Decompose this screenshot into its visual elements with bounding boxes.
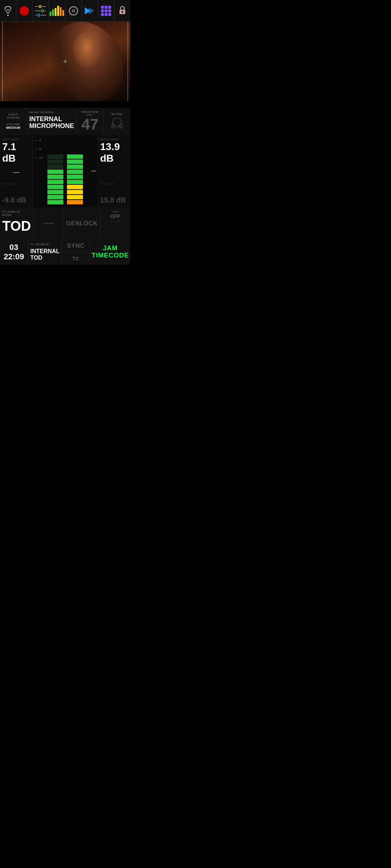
genlock-label: GENLOCK xyxy=(66,220,98,227)
audio-source-value-2: MICROPHONE xyxy=(29,123,74,130)
seg-r-8 xyxy=(67,165,83,169)
svg-rect-4 xyxy=(120,124,122,128)
left-gain-cell[interactable]: LEFT GAIN 7.1 dB LEFT GAIN -9.8 dB xyxy=(0,135,33,207)
spacer-1 xyxy=(0,101,130,108)
link-sub: ——— xyxy=(110,219,120,223)
volume-value: MEDIUM xyxy=(2,126,25,130)
seg-l-7 xyxy=(47,170,63,174)
scale-minus3: — xyxy=(34,139,38,142)
tc-label: TC xyxy=(72,256,80,261)
vf-border-right xyxy=(127,22,128,101)
viewfinder[interactable]: + xyxy=(0,22,130,101)
mixer-button[interactable] xyxy=(33,0,49,22)
seg-l-3 xyxy=(47,190,63,194)
seg-l-6 xyxy=(47,175,63,179)
seg-r-1 xyxy=(67,200,83,204)
toolbar xyxy=(0,0,130,22)
lock-button[interactable] xyxy=(114,0,130,22)
vf-border-left xyxy=(2,22,3,101)
seg-r-2 xyxy=(67,195,83,199)
jam-timecode-button[interactable]: JAM TIMECODE xyxy=(90,240,130,265)
seg-l-4 xyxy=(47,185,63,189)
grid-icon xyxy=(101,6,111,16)
wifi-button[interactable] xyxy=(0,0,16,22)
audio-stream-label: AUDIO xyxy=(2,113,25,116)
right-gain-sub: 15.8 dB xyxy=(100,196,129,204)
tc-source-label: TC SOURCE xyxy=(30,243,60,246)
wifi-icon xyxy=(5,6,11,16)
right-gain-label: RIGHT GAIN xyxy=(100,138,129,141)
tc-time-line2: 22:09 xyxy=(4,252,24,261)
seg-r-6 xyxy=(67,175,83,179)
seg-l-1 xyxy=(47,200,63,204)
vu-meters-center: — -3 — -9 — -12 xyxy=(33,135,98,207)
link-label: LINK xyxy=(112,210,118,213)
audio-source-cell[interactable]: AUDIO SOURCE INTERNAL MICROPHONE xyxy=(27,108,76,135)
play-button[interactable] xyxy=(82,0,98,22)
genlock-cell[interactable]: GENLOCK xyxy=(64,207,100,240)
tc-display-mode-cell[interactable]: TC DISPLAY MODE TOD xyxy=(0,207,33,240)
tc-mid-blank xyxy=(34,207,64,240)
seg-r-3 xyxy=(67,190,83,194)
audio-source-label: AUDIO SOURCE xyxy=(29,111,54,114)
seg-l-8 xyxy=(47,165,63,169)
right-meter-indicator xyxy=(91,171,96,171)
lens-icon xyxy=(69,6,78,16)
right-gain-sub-label: RIGHT GAIN xyxy=(100,183,129,185)
sync-label: SYNC xyxy=(67,243,84,249)
right-gain-cell[interactable]: RIGHT GAIN 13.9 dB RIGHT GAIN 15.8 dB xyxy=(98,135,131,207)
seg-r-10 xyxy=(67,154,83,159)
record-icon xyxy=(20,6,29,16)
tc-source-cell[interactable]: TC SOURCE INTERNAL TOD xyxy=(28,240,62,265)
seg-l-10 xyxy=(47,154,63,159)
audio-stream-cell[interactable]: AUDIO STREAM VOLUME MEDIUM xyxy=(0,108,27,135)
left-gain-main: 7.1 dB xyxy=(2,141,30,164)
tc-blank-dash xyxy=(43,223,54,224)
scale-minus9: -9 xyxy=(38,147,41,151)
scale-labels: — -3 — -9 — -12 xyxy=(34,139,43,159)
left-meter-col xyxy=(46,154,64,204)
vu-meter-icon xyxy=(50,6,64,16)
link-off-cell[interactable]: LINK OFF ——— xyxy=(100,207,130,240)
svg-rect-3 xyxy=(112,124,114,128)
right-gain-main: 13.9 dB xyxy=(100,141,129,164)
tc-button[interactable]: TC xyxy=(62,252,90,265)
grid-button[interactable] xyxy=(98,0,114,22)
tc-mode-row: TC DISPLAY MODE TOD GENLOCK LINK OFF ——— xyxy=(0,207,130,240)
left-gain-sub: -9.8 dB xyxy=(2,196,30,204)
lens-button[interactable] xyxy=(66,0,82,22)
tc-source-value: INTERNAL TOD xyxy=(30,248,60,261)
seg-r-9 xyxy=(67,159,83,164)
muted-label: MUTED xyxy=(106,112,128,116)
crosshair: + xyxy=(63,58,67,66)
record-button[interactable] xyxy=(16,0,33,22)
seg-l-9 xyxy=(47,159,63,164)
vu-button[interactable] xyxy=(49,0,65,22)
jam-label: JAM xyxy=(103,245,118,252)
audio-source-value-1: INTERNAL xyxy=(29,116,74,123)
scale-minus12: -12 xyxy=(38,156,43,159)
tc-bottom-row: 03 22:09 TC SOURCE INTERNAL TOD SYNC TC … xyxy=(0,240,130,265)
sync-button[interactable]: SYNC xyxy=(62,240,90,252)
left-gain-label: LEFT GAIN xyxy=(2,138,30,141)
muted-cell[interactable]: MUTED xyxy=(104,108,130,135)
left-meter-indicator xyxy=(13,172,20,173)
seg-l-5 xyxy=(47,180,63,184)
seg-l-2 xyxy=(47,195,63,199)
tc-time-line1: 03 xyxy=(9,243,18,252)
audio-controls: AUDIO STREAM VOLUME MEDIUM AUDIO SOURCE … xyxy=(0,108,130,135)
right-meter-col xyxy=(66,154,84,204)
play-icon xyxy=(85,7,94,14)
gain-vu-row: LEFT GAIN 7.1 dB LEFT GAIN -9.8 dB — -3 … xyxy=(0,135,130,207)
headphone-vol-value: 47 xyxy=(81,117,98,132)
seg-r-5 xyxy=(67,180,83,184)
headphone-vol-cell[interactable]: HEADPHONE VOL. 47 xyxy=(77,108,104,135)
left-gain-sub-label: LEFT GAIN xyxy=(2,183,30,185)
seg-r-7 xyxy=(67,170,83,174)
seg-r-4 xyxy=(67,185,83,189)
sync-tc-buttons: SYNC TC xyxy=(62,240,90,265)
svg-point-1 xyxy=(121,11,123,13)
mixer-icon xyxy=(35,5,46,17)
tc-time-cell: 03 22:09 xyxy=(0,240,28,265)
lock-icon xyxy=(118,5,127,16)
